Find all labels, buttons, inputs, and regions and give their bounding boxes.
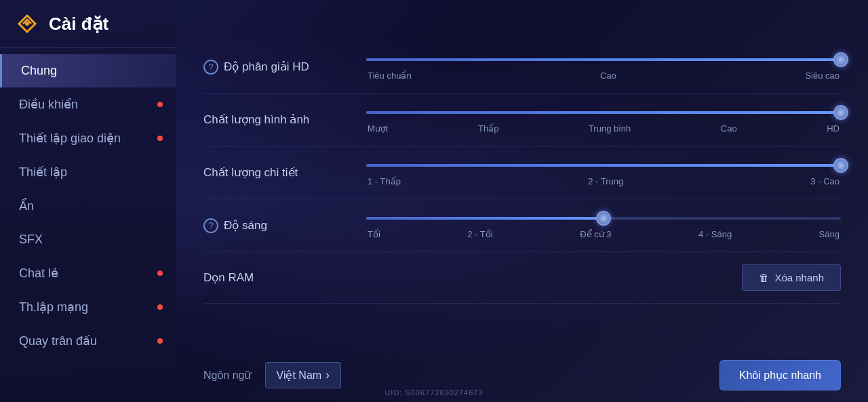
notification-dot [157, 304, 163, 310]
ngon-ngu-value-text: Việt Nam [277, 369, 322, 382]
sidebar-item-label: Quay trân đấu [19, 334, 97, 348]
slider-thumb[interactable] [833, 52, 848, 67]
slider-track [366, 58, 841, 61]
sidebar-item-chat-le[interactable]: Chat lẻ [0, 256, 176, 290]
trash-icon: 🗑 [759, 272, 769, 283]
slider-track [366, 217, 841, 220]
slider-thumb[interactable] [596, 211, 611, 226]
setting-label-do-sang: ? Độ sáng [203, 218, 353, 233]
setting-row-don-ram: Dọn RAM 🗑 Xóa nhanh [203, 252, 841, 304]
sidebar-item-thiet-lap[interactable]: Thiết lập [0, 155, 176, 189]
ngon-ngu-selector[interactable]: Việt Nam › [265, 362, 342, 388]
sidebar-item-label: Thiết lập giao diện [19, 131, 121, 146]
sidebar-item-label: Chung [21, 64, 57, 78]
slider-do-sang: Tối 2 - Tối Để cứ 3 4 - Sáng Sáng [366, 212, 841, 239]
app-logo-icon [14, 10, 41, 37]
svg-point-0 [25, 22, 29, 26]
slider-thumb[interactable] [833, 105, 848, 120]
sidebar-item-label: Điều khiển [19, 97, 78, 112]
uid-text: UID: S006772830274673 [384, 388, 483, 397]
setting-label-chat-luong-chi-tiet: Chất lượng chi tiết [203, 165, 353, 180]
setting-row-do-phan-giai: ? Độ phân giải HD Tiêu chuẩn Cao Siêu ca… [203, 41, 841, 94]
sidebar-item-thiet-lap-giao-dien[interactable]: Thiết lập giao diện [0, 121, 176, 155]
sidebar-item-label: Ẩn [19, 199, 34, 214]
setting-row-chat-luong-hinh-anh: Chất lượng hình ảnh Mượt Thấp Trung bình… [203, 94, 841, 146]
slider-chat-luong-hinh-anh: Mượt Thấp Trung bình Cao HD [366, 106, 841, 134]
slider-fill [366, 217, 604, 220]
slider-fill [366, 58, 841, 61]
slider-track-wrapper[interactable] [366, 212, 841, 225]
sidebar-item-label: SFX [19, 233, 43, 247]
slider-do-phan-giai: Tiêu chuẩn Cao Siêu cao [366, 53, 841, 81]
slider-labels: Tối 2 - Tối Để cứ 3 4 - Sáng Sáng [366, 229, 841, 239]
notification-dot [157, 338, 163, 344]
xoa-nhanh-label: Xóa nhanh [774, 272, 824, 283]
notification-dot [157, 136, 163, 141]
khoi-phuc-nhanh-button[interactable]: Khôi phục nhanh [719, 360, 841, 390]
setting-label-chat-luong-hinh-anh: Chất lượng hình ảnh [203, 113, 353, 127]
slider-chat-luong-chi-tiet: 1 - Thấp 2 - Trung 3 - Cao [366, 159, 841, 186]
app-title: Cài đặt [49, 14, 108, 35]
slider-labels: 1 - Thấp 2 - Trung 3 - Cao [366, 176, 841, 186]
sidebar-item-chung[interactable]: Chung [0, 54, 176, 87]
slider-fill [366, 164, 841, 167]
slider-labels: Tiêu chuẩn Cao Siêu cao [366, 71, 841, 81]
ngon-ngu-label: Ngôn ngữ [203, 369, 252, 382]
sidebar-item-dieu-khien[interactable]: Điều khiển [0, 87, 176, 121]
slider-labels: Mượt Thấp Trung bình Cao HD [366, 123, 841, 134]
sidebar-item-label: Thiết lập [19, 165, 67, 180]
slider-track-wrapper[interactable] [366, 53, 841, 66]
setting-label-don-ram: Dọn RAM [203, 270, 353, 285]
notification-dot [157, 270, 163, 276]
sidebar-item-th-lap-mang[interactable]: Th.lập mạng [0, 290, 176, 324]
notification-dot [157, 102, 163, 107]
setting-row-chat-luong-chi-tiet: Chất lượng chi tiết 1 - Thấp 2 - Trung 3… [203, 146, 841, 199]
sidebar-item-label: Chat lẻ [19, 266, 58, 281]
xoa-nhanh-button[interactable]: 🗑 Xóa nhanh [742, 264, 841, 291]
slider-track-wrapper[interactable] [366, 106, 841, 119]
help-icon-do-sang[interactable]: ? [203, 218, 218, 233]
sidebar: Cài đặt Chung Điều khiển Thiết lập giao … [0, 0, 176, 402]
sidebar-item-an[interactable]: Ẩn [0, 189, 176, 223]
slider-track [366, 164, 841, 167]
help-icon-do-phan-giai[interactable]: ? [203, 60, 218, 75]
slider-thumb[interactable] [833, 158, 848, 173]
sidebar-item-sfx[interactable]: SFX [0, 223, 176, 256]
setting-label-do-phan-giai: ? Độ phân giải HD [203, 60, 353, 75]
app-container: Cài đặt Chung Điều khiển Thiết lập giao … [0, 0, 868, 402]
slider-track [366, 111, 841, 114]
setting-row-do-sang: ? Độ sáng Tối 2 - Tối Để cứ 3 4 - Sáng S… [203, 199, 841, 252]
sidebar-item-label: Th.lập mạng [19, 300, 88, 315]
bottom-bar: Ngôn ngữ Việt Nam › Khôi phục nhanh [176, 348, 868, 402]
chevron-right-icon: › [326, 368, 330, 382]
main-content: ? Độ phân giải HD Tiêu chuẩn Cao Siêu ca… [176, 0, 868, 402]
sidebar-item-quay-tran-dau[interactable]: Quay trân đấu [0, 324, 176, 358]
slider-fill [366, 111, 841, 114]
app-header: Cài đặt [0, 0, 176, 47]
slider-track-wrapper[interactable] [366, 159, 841, 172]
